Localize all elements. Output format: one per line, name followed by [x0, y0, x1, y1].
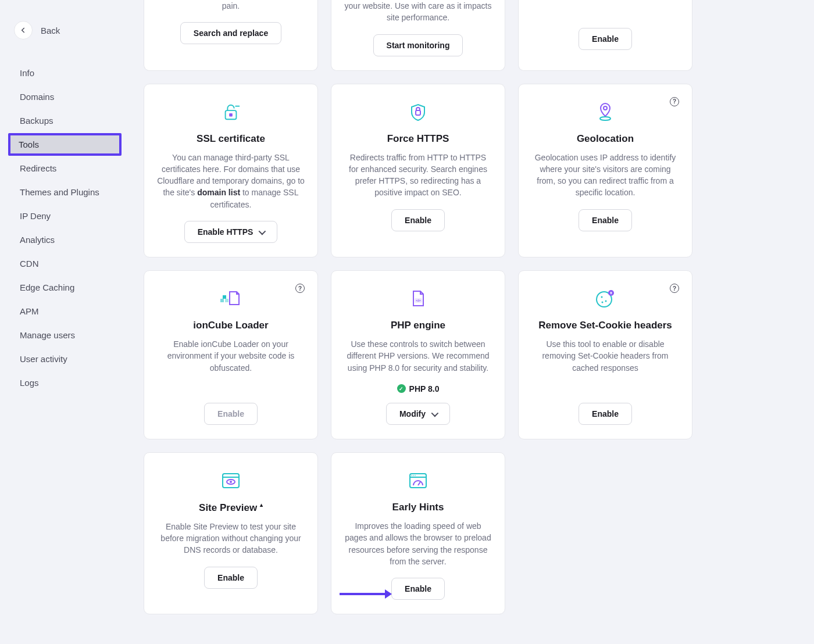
chevron-down-icon	[259, 227, 264, 237]
card-title: Force HTTPS	[387, 133, 449, 145]
gauge-icon	[406, 470, 430, 491]
cards-row-2: ? ionCube Loader Enable ionCube Loader o…	[144, 270, 801, 439]
card-title: Remove Set-Cookie headers	[538, 320, 672, 331]
card-ioncube-loader: ? ionCube Loader Enable ionCube Loader o…	[144, 270, 318, 439]
card-ssl-certificate: SSL certificate You can manage third-par…	[144, 84, 318, 257]
sidebar-item-manage-users[interactable]: Manage users	[0, 324, 131, 346]
card-early-hints: Early Hints Improves the loading speed o…	[331, 452, 505, 614]
svg-rect-1	[229, 113, 233, 116]
svg-point-23	[413, 475, 414, 476]
svg-rect-8	[225, 299, 229, 302]
php-file-icon: </>	[406, 288, 430, 309]
cookie-icon	[594, 288, 617, 309]
domain-list-link[interactable]: domain list	[197, 188, 240, 197]
sidebar-item-backups[interactable]: Backups	[0, 109, 131, 132]
php-version-badge: PHP 8.0	[397, 384, 440, 393]
svg-point-5	[600, 117, 610, 120]
svg-rect-7	[220, 299, 224, 302]
svg-point-19	[230, 481, 232, 483]
enable-button[interactable]: Enable	[579, 403, 632, 425]
card-title: ionCube Loader	[193, 320, 268, 331]
card-desc: You can manage third-party SSL certifica…	[157, 152, 305, 210]
card-title: SSL certificate	[197, 133, 265, 145]
enable-button[interactable]: Enable	[579, 28, 632, 50]
sidebar-item-themes-plugins[interactable]: Themes and Plugins	[0, 181, 131, 203]
card-site-preview: Site Preview ▴ Enable Site Preview to te…	[144, 452, 318, 614]
back-label: Back	[41, 26, 60, 35]
card-title: Site Preview ▴	[199, 502, 263, 514]
back-row: Back	[0, 21, 131, 40]
card-title: Early Hints	[392, 502, 444, 513]
enable-button[interactable]: Enable	[204, 567, 258, 589]
search-replace-button[interactable]: Search and replace	[180, 22, 281, 44]
sidebar-item-info[interactable]: Info	[0, 62, 131, 84]
cube-file-icon	[219, 288, 242, 309]
card-title: PHP engine	[391, 320, 445, 331]
sidebar-item-domains[interactable]: Domains	[0, 85, 131, 108]
enable-button: Enable	[204, 403, 258, 425]
enable-button[interactable]: Enable	[579, 209, 632, 231]
sidebar: Back Info Domains Backups Tools Redirect…	[0, 0, 131, 644]
sidebar-item-edge-caching[interactable]: Edge Caching	[0, 276, 131, 299]
svg-rect-3	[416, 110, 420, 115]
badge-icon: ▴	[260, 502, 263, 508]
preview-icon	[219, 470, 242, 491]
enable-button[interactable]: Enable	[391, 209, 445, 231]
sidebar-item-logs[interactable]: Logs	[0, 371, 131, 394]
svg-line-25	[418, 482, 420, 485]
cards-row-1: SSL certificate You can manage third-par…	[144, 84, 801, 257]
card-title: Geolocation	[577, 133, 634, 145]
annotation-arrow	[340, 593, 386, 595]
svg-text:</>: </>	[416, 299, 421, 302]
content: pain. Search and replace your website. U…	[131, 0, 814, 644]
chevron-down-icon	[431, 409, 437, 418]
svg-point-22	[411, 475, 412, 476]
cards-row-0: pain. Search and replace your website. U…	[144, 0, 801, 71]
svg-rect-6	[223, 295, 226, 299]
cards-row-3: Site Preview ▴ Enable Site Preview to te…	[144, 452, 801, 614]
card-php-engine: </> PHP engine Use these controls to swi…	[331, 270, 505, 439]
card-search-replace: pain. Search and replace	[144, 0, 318, 71]
card-desc: Redirects traffic from HTTP to HTTPS for…	[344, 152, 492, 199]
card-enable-top: Enable	[518, 0, 692, 71]
sidebar-item-tools[interactable]: Tools	[8, 133, 122, 156]
card-geolocation: ? Geolocation Geolocation uses IP addres…	[518, 84, 692, 257]
sidebar-item-ip-deny[interactable]: IP Deny	[0, 205, 131, 227]
card-remove-cookie-headers: ? Remove Set-Cookie headers Use this too…	[518, 270, 692, 439]
card-desc: Use these controls to switch between dif…	[344, 338, 492, 374]
card-desc: Use this tool to enable or disable remov…	[531, 338, 679, 374]
check-icon	[397, 384, 406, 393]
card-desc: Enable Site Preview to test your site be…	[157, 521, 305, 556]
card-desc: your website. Use with care as it impact…	[344, 0, 492, 24]
card-force-https: Force HTTPS Redirects traffic from HTTP …	[331, 84, 505, 257]
sidebar-item-apm[interactable]: APM	[0, 300, 131, 323]
back-button[interactable]	[14, 21, 33, 40]
card-desc: pain.	[222, 0, 240, 12]
enable-https-button[interactable]: Enable HTTPS	[184, 221, 278, 243]
svg-point-13	[605, 300, 607, 302]
arrow-left-icon	[19, 26, 27, 34]
svg-point-14	[602, 302, 604, 303]
sidebar-item-analytics[interactable]: Analytics	[0, 228, 131, 251]
shield-icon	[406, 102, 430, 123]
modify-button[interactable]: Modify	[386, 403, 450, 425]
sidebar-item-user-activity[interactable]: User activity	[0, 348, 131, 370]
svg-point-4	[604, 106, 607, 110]
card-desc: Improves the loading speed of web pages …	[344, 520, 492, 567]
sidebar-item-cdn[interactable]: CDN	[0, 252, 131, 275]
help-icon[interactable]: ?	[295, 284, 305, 293]
lock-icon	[219, 102, 242, 123]
card-monitoring: your website. Use with care as it impact…	[331, 0, 505, 71]
card-desc: Enable ionCube Loader on your environmen…	[157, 338, 305, 374]
pin-icon	[594, 102, 617, 123]
card-desc: Geolocation uses IP address to identify …	[531, 152, 679, 199]
svg-point-12	[601, 296, 603, 298]
enable-button[interactable]: Enable	[391, 578, 445, 600]
svg-point-24	[415, 475, 416, 476]
help-icon[interactable]: ?	[670, 284, 679, 293]
start-monitoring-button[interactable]: Start monitoring	[373, 34, 463, 56]
sidebar-item-redirects[interactable]: Redirects	[0, 157, 131, 180]
help-icon[interactable]: ?	[670, 97, 679, 106]
